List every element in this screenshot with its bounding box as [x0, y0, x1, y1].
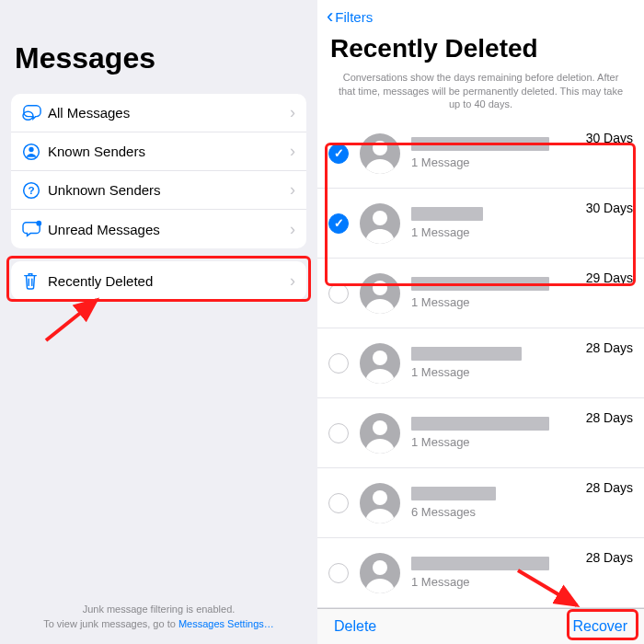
days-remaining: 29 Days: [586, 270, 633, 285]
conversation-row[interactable]: 6 Messages28 Days: [317, 468, 644, 538]
avatar: [360, 413, 400, 454]
conversation-row[interactable]: 1 Message29 Days: [317, 259, 644, 328]
filter-label: Unknown Senders: [48, 182, 290, 198]
conversation-body: 1 Message: [411, 347, 581, 379]
days-remaining: 30 Days: [586, 131, 633, 145]
days-remaining: 28 Days: [586, 410, 633, 425]
contact-name-redacted: [411, 487, 496, 500]
chevron-right-icon: ›: [290, 142, 295, 161]
filter-recently-deleted[interactable]: Recently Deleted ›: [11, 261, 306, 300]
conversation-row[interactable]: 1 Message30 Days: [317, 189, 644, 259]
bottom-toolbar: Delete Recover: [317, 608, 644, 644]
filter-known-senders[interactable]: Known Senders ›: [11, 132, 306, 171]
svg-point-10: [373, 351, 387, 365]
chat-dot-icon: [22, 220, 48, 238]
person-question-icon: ?: [22, 181, 48, 200]
message-count: 6 Messages: [411, 505, 581, 519]
avatar: [360, 343, 400, 384]
avatar: [360, 133, 400, 174]
conversation-row[interactable]: 1 Message28 Days: [317, 538, 644, 608]
conversation-row[interactable]: 1 Message30 Days: [317, 119, 644, 189]
chevron-right-icon: ›: [290, 103, 295, 122]
filter-all-messages[interactable]: All Messages ›: [11, 94, 306, 132]
recover-button[interactable]: Recover: [572, 618, 627, 635]
chevron-right-icon: ›: [290, 271, 295, 291]
message-count: 1 Message: [411, 435, 581, 449]
chat-bubbles-icon: [22, 104, 48, 122]
page-title: Messages: [0, 41, 317, 85]
filter-label: Unread Messages: [48, 222, 290, 237]
days-remaining: 28 Days: [586, 340, 633, 355]
filter-label: Known Senders: [48, 144, 290, 159]
chevron-right-icon: ›: [290, 180, 295, 200]
avatar: [360, 203, 400, 244]
days-remaining: 28 Days: [586, 550, 633, 565]
back-button[interactable]: ‹ Filters: [327, 9, 373, 25]
svg-point-9: [373, 281, 387, 295]
person-circle-icon: [22, 143, 48, 161]
message-count: 1 Message: [411, 155, 581, 169]
trash-icon: [22, 271, 48, 290]
messages-filter-screen: Messages All Messages › Known Senders › …: [0, 0, 317, 644]
select-checkbox[interactable]: [328, 144, 349, 164]
days-remaining: 30 Days: [586, 201, 633, 215]
avatar: [360, 483, 400, 523]
svg-point-13: [373, 560, 387, 575]
conversation-row[interactable]: 1 Message28 Days: [317, 398, 644, 468]
delete-button[interactable]: Delete: [334, 618, 376, 635]
contact-name-redacted: [411, 137, 549, 151]
contact-name-redacted: [411, 347, 522, 361]
message-count: 1 Message: [411, 365, 581, 379]
avatar: [360, 553, 400, 593]
filter-unread-messages[interactable]: Unread Messages ›: [11, 210, 306, 248]
svg-point-8: [373, 211, 387, 225]
contact-name-redacted: [411, 557, 549, 570]
select-checkbox[interactable]: [328, 283, 349, 304]
conversation-body: 1 Message: [411, 277, 581, 309]
help-text: Conversations show the days remaining be…: [317, 71, 644, 120]
message-count: 1 Message: [411, 295, 581, 309]
contact-name-redacted: [411, 277, 549, 291]
filter-label: All Messages: [48, 105, 290, 121]
select-checkbox[interactable]: [328, 213, 349, 234]
svg-point-12: [373, 490, 387, 505]
chevron-right-icon: ›: [290, 220, 295, 239]
message-count: 1 Message: [411, 575, 581, 589]
select-checkbox[interactable]: [328, 563, 349, 583]
annotation-arrow: [37, 294, 120, 350]
contact-name-redacted: [411, 207, 483, 221]
contact-name-redacted: [411, 417, 549, 431]
select-checkbox[interactable]: [328, 353, 349, 374]
select-checkbox[interactable]: [328, 423, 349, 443]
conversation-body: 6 Messages: [411, 487, 581, 519]
svg-point-2: [29, 146, 33, 151]
svg-point-5: [36, 221, 41, 226]
conversation-body: 1 Message: [411, 417, 581, 449]
messages-settings-link[interactable]: Messages Settings…: [178, 618, 274, 629]
filters-list: All Messages › Known Senders › ? Unknown…: [11, 94, 306, 248]
page-title: Recently Deleted: [317, 34, 644, 71]
recently-deleted-screen: ‹ Filters Recently Deleted Conversations…: [317, 0, 644, 644]
svg-point-7: [373, 141, 387, 155]
filter-label: Recently Deleted: [48, 273, 290, 289]
svg-text:?: ?: [28, 184, 34, 196]
conversation-body: 1 Message: [411, 207, 581, 239]
nav-bar: ‹ Filters: [317, 0, 644, 34]
avatar: [360, 273, 400, 314]
conversation-list: 1 Message30 Days1 Message30 Days1 Messag…: [317, 119, 644, 608]
svg-line-6: [46, 300, 97, 340]
svg-point-11: [373, 420, 387, 435]
message-count: 1 Message: [411, 225, 581, 239]
recently-deleted-card: Recently Deleted ›: [11, 261, 306, 300]
conversation-body: 1 Message: [411, 137, 581, 169]
conversation-row[interactable]: 1 Message28 Days: [317, 328, 644, 398]
back-label: Filters: [335, 9, 373, 25]
footer-note: Junk message filtering is enabled. To vi…: [0, 603, 317, 631]
select-checkbox[interactable]: [328, 493, 349, 513]
days-remaining: 28 Days: [586, 480, 633, 495]
filter-unknown-senders[interactable]: ? Unknown Senders ›: [11, 171, 306, 210]
conversation-body: 1 Message: [411, 557, 581, 589]
